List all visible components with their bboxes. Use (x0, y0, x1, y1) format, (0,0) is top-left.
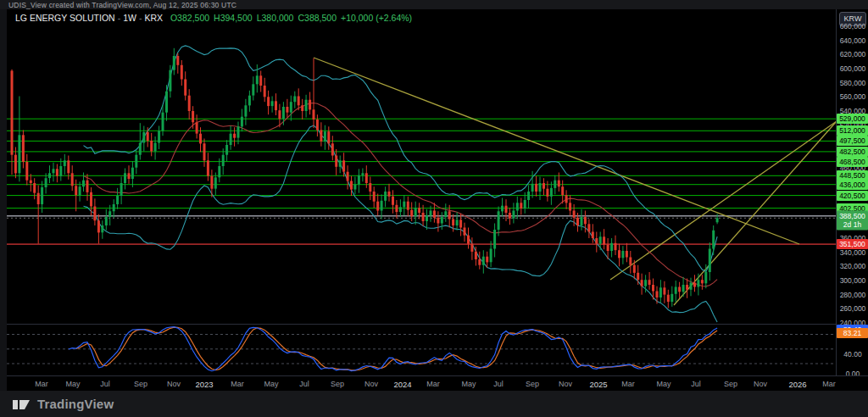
time-axis-month-label: Sep (724, 380, 737, 388)
legend-separator: - (139, 13, 142, 23)
last-price-label: 388,5002d 1h (837, 211, 868, 231)
time-axis-month-label: Nov (754, 380, 767, 388)
footer-bar: TradingView (0, 391, 868, 417)
legend-exchange: KRX (144, 13, 163, 23)
time-axis-month-label: Sep (134, 380, 147, 388)
stoch-d-value-label: 83.21 (837, 328, 868, 338)
trendlines[interactable] (314, 58, 837, 305)
time-axis-month-label: Sep (331, 380, 344, 388)
legend-symbol: LG ENERGY SOLUTION (15, 13, 115, 23)
price-tick-label: 580,000 (837, 79, 868, 87)
level-price-label: 420,500 (837, 191, 868, 201)
legend-low: L380,000 (257, 13, 294, 23)
time-axis-month-label: Mar (231, 380, 244, 388)
price-tick-label: 300,000 (837, 276, 868, 285)
time-axis-year-label: 2023 (195, 380, 213, 389)
time-axis-month-label: Mar (822, 380, 836, 388)
symbol-legend[interactable]: LG ENERGY SOLUTION-1W-KRX O382,500H394,5… (15, 13, 416, 23)
level-price-label: 497,500 (837, 136, 868, 146)
level-price-label: 468,500 (837, 157, 868, 167)
time-axis-month-label: Nov (559, 380, 572, 388)
price-tick-label: 600,000 (837, 64, 868, 73)
time-axis-month-label: Jul (299, 380, 309, 388)
support-resistance-lines[interactable] (7, 119, 836, 244)
legend-close: C388,500 (298, 13, 337, 23)
red-level-label: 351,500 (837, 239, 868, 249)
time-axis-month-label: May (656, 380, 670, 388)
snapshot-header-bar: UDIS_View created with TradingView.com, … (0, 0, 868, 9)
price-tick-label: 320,000 (837, 262, 868, 270)
time-axis-month-label: Mar (35, 380, 48, 388)
tradingview-logo[interactable]: TradingView (12, 397, 114, 412)
time-axis-month-label: Sep (526, 380, 539, 388)
price-tick-label: 280,000 (837, 291, 868, 299)
tradingview-brand-text: TradingView (37, 397, 114, 411)
time-axis-month-label: May (461, 380, 476, 388)
time-axis-month-label: Jul (691, 380, 701, 388)
time-axis-month-label: May (65, 380, 80, 388)
price-axis[interactable]: KRW 660,000640,000620,000600,000580,0005… (836, 9, 868, 375)
price-chart[interactable] (0, 0, 868, 417)
time-axis-year-label: 2025 (589, 380, 607, 389)
price-tick-label: 560,000 (837, 92, 868, 101)
legend-high: H394,500 (214, 13, 253, 23)
time-axis-month-label: Jul (493, 380, 504, 388)
price-tick-label: 660,000 (837, 22, 868, 31)
time-axis-month-label: Nov (364, 380, 378, 388)
level-price-label: 512,000 (837, 125, 868, 136)
price-tick-label: 260,000 (837, 304, 868, 313)
time-axis-month-label: Nov (167, 380, 181, 388)
price-tick-label: 620,000 (837, 50, 868, 58)
legend-change: +10,000 (+2.64%) (341, 13, 412, 23)
time-axis-year-label: 2024 (393, 380, 411, 389)
time-axis-year-label: 2026 (788, 380, 806, 389)
bollinger-bands (84, 46, 718, 322)
left-gutter (0, 9, 7, 391)
price-tick-label: 340,000 (837, 248, 868, 257)
tradingview-chart-snapshot: UDIS_View created with TradingView.com, … (0, 0, 868, 417)
level-price-label: 482,500 (837, 147, 868, 157)
time-axis-month-label: May (264, 380, 278, 388)
legend-separator: - (118, 13, 121, 23)
legend-open: O382,500 (170, 13, 209, 23)
time-axis-month-label: Jul (100, 380, 110, 388)
time-axis-month-label: Mar (621, 380, 635, 388)
price-tick-label: 640,000 (837, 36, 868, 45)
time-axis-month-label: Mar (426, 380, 440, 388)
indicator-pane (0, 325, 836, 371)
level-price-label: 436,000 (837, 180, 868, 190)
indicator-tick-label: 40.00 (837, 350, 868, 359)
candles[interactable] (11, 48, 719, 309)
level-price-label: 529,000 (837, 114, 868, 124)
time-axis[interactable]: MarMayJulSepNov2023MarMayJulSepNov2024Ma… (0, 375, 868, 392)
watermark-text: UDIS_View created with TradingView.com, … (8, 1, 236, 9)
tradingview-logo-icon (12, 397, 31, 412)
legend-interval: 1W (123, 13, 136, 23)
